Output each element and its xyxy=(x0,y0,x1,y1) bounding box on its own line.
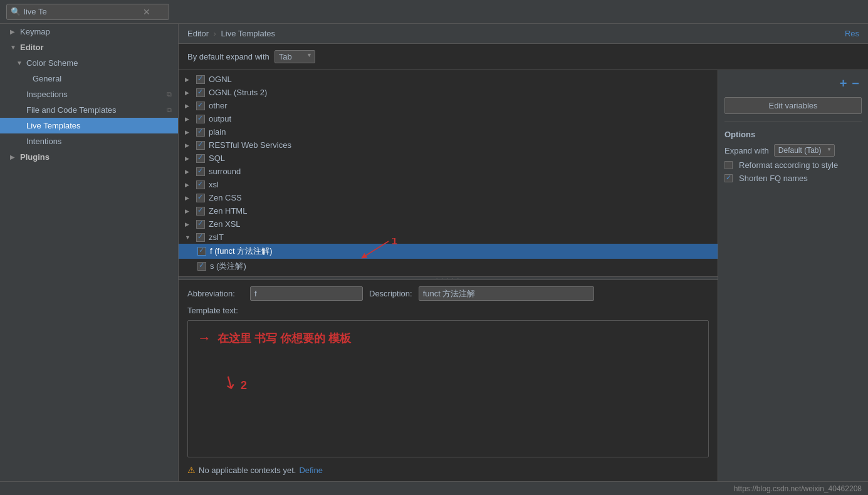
template-group-surround[interactable]: ▶ surround xyxy=(179,165,718,178)
add-template-button[interactable]: + xyxy=(840,76,847,91)
expand-with-option-select[interactable]: Default (Tab) Tab Enter Space xyxy=(774,144,835,157)
group-label-restful: RESTful Web Services xyxy=(209,140,291,150)
template-group-ognl[interactable]: ▶ OGNL xyxy=(179,73,718,86)
template-group-zen-html[interactable]: ▶ Zen HTML xyxy=(179,204,718,217)
checkbox-f[interactable] xyxy=(197,247,206,256)
checkbox-zslt[interactable] xyxy=(196,233,205,242)
template-item-s[interactable]: s (类注解) xyxy=(179,259,718,274)
template-group-restful[interactable]: ▶ RESTful Web Services xyxy=(179,138,718,152)
checkbox-output[interactable] xyxy=(196,115,205,123)
remove-template-button[interactable]: − xyxy=(852,76,859,91)
group-label-zslt: zslT xyxy=(209,232,224,242)
group-label-sql: SQL xyxy=(209,154,225,163)
checkbox-zen-css[interactable] xyxy=(196,194,205,202)
group-label-plain: plain xyxy=(209,127,226,137)
group-arrow-xsl: ▶ xyxy=(185,182,194,188)
sidebar-item-general-label: General xyxy=(33,74,61,83)
templates-area: ▶ OGNL ▶ OGNL (Struts 2) ▶ xyxy=(179,70,868,481)
checkbox-zen-html[interactable] xyxy=(196,207,205,216)
expand-with-row: By default expand with Tab Enter Space xyxy=(179,44,868,70)
checkbox-ognl-struts[interactable] xyxy=(196,88,205,97)
reformat-checkbox[interactable] xyxy=(724,161,733,169)
description-label: Description: xyxy=(369,289,412,298)
sidebar-item-editor[interactable]: Editor xyxy=(0,39,178,55)
templates-list: ▶ OGNL ▶ OGNL (Struts 2) ▶ xyxy=(179,70,718,276)
content-wrapper: Editor › Live Templates Res By default e… xyxy=(179,24,868,481)
checkbox-zen-xsl[interactable] xyxy=(196,220,205,229)
warning-icon: ⚠ xyxy=(187,465,196,475)
expand-with-label: By default expand with xyxy=(187,52,269,61)
group-arrow-zen-xsl: ▶ xyxy=(185,221,194,227)
expand-with-option-select-wrapper[interactable]: Default (Tab) Tab Enter Space xyxy=(774,144,835,157)
search-box[interactable]: 🔍 ✕ xyxy=(6,4,169,20)
sidebar-item-color-scheme[interactable]: Color Scheme xyxy=(0,55,178,71)
template-group-zen-xsl[interactable]: ▶ Zen XSL xyxy=(179,217,718,231)
restore-link[interactable]: Res xyxy=(845,29,859,38)
arrow-down-area: ↘ 2 xyxy=(197,372,699,392)
shorten-fq-row: Shorten FQ names xyxy=(724,174,862,183)
checkbox-xsl[interactable] xyxy=(196,180,205,189)
checkbox-restful[interactable] xyxy=(196,141,205,150)
abbreviation-row: Abbreviation: Description: xyxy=(187,286,709,301)
chinese-hint-text: 在这里 书写 你想要的 模板 xyxy=(217,331,351,346)
expand-arrow-editor xyxy=(10,44,18,51)
sidebar-item-keymap[interactable]: Keymap xyxy=(0,24,178,39)
template-group-output[interactable]: ▶ output xyxy=(179,112,718,125)
checkbox-surround[interactable] xyxy=(196,167,205,176)
sidebar-item-intentions[interactable]: Intentions xyxy=(0,133,178,149)
shorten-fq-checkbox[interactable] xyxy=(724,174,733,182)
edit-variables-button[interactable]: Edit variables xyxy=(724,97,862,114)
group-label-other: other xyxy=(209,101,227,110)
expand-arrow-color-scheme xyxy=(16,60,24,66)
red-arrow-down: ↘ xyxy=(218,369,241,394)
sidebar-item-live-templates[interactable]: Live Templates xyxy=(0,118,178,133)
expand-with-select[interactable]: Tab Enter Space xyxy=(275,50,315,63)
shorten-fq-label: Shorten FQ names xyxy=(739,174,808,183)
sidebar-item-file-code-label: File and Code Templates xyxy=(26,105,117,115)
templates-main: ▶ OGNL ▶ OGNL (Struts 2) ▶ xyxy=(179,70,718,481)
bottom-panel: Abbreviation: Description: Template text… xyxy=(179,280,718,481)
template-group-sql[interactable]: ▶ SQL xyxy=(179,152,718,165)
group-arrow-zen-css: ▶ xyxy=(185,195,194,201)
sidebar-item-inspections[interactable]: Inspections ⧉ xyxy=(0,86,178,102)
group-arrow-zen-html: ▶ xyxy=(185,208,194,214)
options-section: Options Expand with Default (Tab) Tab En… xyxy=(724,130,862,183)
template-group-zen-css[interactable]: ▶ Zen CSS xyxy=(179,191,718,204)
template-group-zslt[interactable]: ▼ zslT xyxy=(179,231,718,244)
template-item-f[interactable]: f (funct 方法注解) xyxy=(179,244,718,259)
template-group-ognl-struts[interactable]: ▶ OGNL (Struts 2) xyxy=(179,86,718,99)
template-item-s-label: s (类注解) xyxy=(210,261,246,272)
group-label-zen-html: Zen HTML xyxy=(209,206,247,216)
description-input[interactable] xyxy=(419,286,594,301)
template-group-xsl[interactable]: ▶ xsl xyxy=(179,178,718,191)
status-url: https://blog.csdn.net/weixin_40462208 xyxy=(734,484,862,493)
abbreviation-input[interactable] xyxy=(250,286,363,301)
template-text-area[interactable]: → 在这里 书写 你想要的 模板 ↘ 2 xyxy=(187,320,709,457)
template-group-plain[interactable]: ▶ plain xyxy=(179,125,718,138)
reformat-row: Reformat according to style xyxy=(724,160,862,170)
template-text-label-row: Template text: xyxy=(187,306,709,315)
checkbox-s[interactable] xyxy=(197,262,206,271)
warning-text: No applicable contexts yet. xyxy=(199,466,296,475)
group-arrow-plain: ▶ xyxy=(185,129,194,135)
action-buttons: + − xyxy=(724,76,862,91)
sidebar-item-file-code-templates[interactable]: File and Code Templates ⧉ xyxy=(0,102,178,118)
group-label-ognl-struts: OGNL (Struts 2) xyxy=(209,88,267,97)
expand-arrow-keymap xyxy=(10,28,18,35)
search-bar: 🔍 ✕ xyxy=(0,0,868,24)
right-panel: + − Edit variables Options Expand with D xyxy=(718,70,868,481)
number-2-label: 2 xyxy=(241,379,247,392)
clear-search-icon[interactable]: ✕ xyxy=(143,7,150,17)
group-label-ognl: OGNL xyxy=(209,75,232,84)
checkbox-other[interactable] xyxy=(196,102,205,110)
define-link[interactable]: Define xyxy=(299,466,323,475)
checkbox-ognl[interactable] xyxy=(196,75,205,84)
expand-with-select-wrapper[interactable]: Tab Enter Space xyxy=(275,50,315,63)
checkbox-sql[interactable] xyxy=(196,154,205,163)
sidebar-item-general[interactable]: General xyxy=(0,71,178,86)
checkbox-plain[interactable] xyxy=(196,128,205,137)
group-arrow-ognl-struts: ▶ xyxy=(185,90,194,96)
sidebar-item-plugins[interactable]: Plugins xyxy=(0,149,178,165)
template-group-other[interactable]: ▶ other xyxy=(179,99,718,112)
search-input[interactable] xyxy=(24,7,143,16)
